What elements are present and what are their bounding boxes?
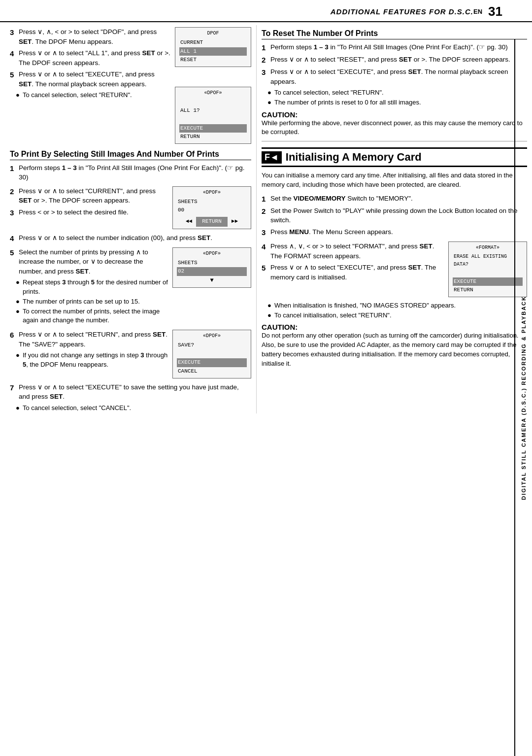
step-4-num: 4 xyxy=(10,48,17,68)
init-step4-text: Press ∧, ∨, < or > to select "FORMAT", a… xyxy=(270,241,444,261)
screen2-row-execute: EXECUTE xyxy=(179,124,247,133)
s1-screen5: «DPOF» SHEETS 02 ▼ xyxy=(172,245,251,290)
s1-last-bullet-text: To cancel selection, select "CANCEL". xyxy=(23,404,131,412)
init-step4-num: 4 xyxy=(262,241,268,261)
step-5-text: Press ∨ or ∧ to select "EXECUTE", and pr… xyxy=(19,69,171,89)
s1-bullet2: ● The number of prints can be set up to … xyxy=(16,297,168,306)
s1-step3-num: 3 xyxy=(10,207,17,218)
sc-sheets-arrow: ▼ xyxy=(177,276,247,285)
reset-section-title: To Reset The Number Of Prints xyxy=(262,29,527,39)
format-screen-execute: EXECUTE xyxy=(453,277,523,286)
init-step4-content: 4 Press ∧, ∨, < or > to select "FORMAT",… xyxy=(262,240,444,284)
init-step4: 4 Press ∧, ∨, < or > to select "FORMAT",… xyxy=(262,241,444,261)
caution1-box: CAUTION: While performing the above, nev… xyxy=(262,110,527,137)
reset-step3-num: 3 xyxy=(262,67,268,86)
reset-bullet2-text: The number of prints is reset to 0 for a… xyxy=(274,98,421,107)
step-3-text: Press ∨, ∧, < or > to select "DPOF", and… xyxy=(19,27,171,46)
screen2-row-blank2 xyxy=(179,115,247,124)
step-4: 4 Press ∨ or ∧ to select "ALL 1", and pr… xyxy=(10,48,171,68)
init-step3: 3 Press MENU. The Menu Screen appears. xyxy=(262,227,527,238)
screen2-title: «DPOF» xyxy=(179,89,247,97)
nav-left: ◄◄ xyxy=(186,217,192,226)
s1-step1: 1 Perform steps 1 – 3 in "To Print All S… xyxy=(10,163,251,182)
screen1-row-all1: ALL 1 xyxy=(179,47,247,56)
reset-step3: 3 Press ∨ or ∧ to select "EXECUTE", and … xyxy=(262,67,527,86)
s1-step2-block: 2 Press ∨ or ∧ to select "CURRENT", and … xyxy=(10,184,251,231)
s1-bullet1: ● Repeat steps 3 through 5 for the desir… xyxy=(16,278,168,296)
s1-step6-block: 6 Press ∨ or ∧ to select "RETURN", and p… xyxy=(10,328,251,380)
top-bullet-text: To cancel selection, select "RETURN". xyxy=(23,91,132,100)
init-step3-num: 3 xyxy=(262,227,268,238)
sc-current-00: 00 xyxy=(177,206,247,215)
init-step2: 2 Set the Power Switch to "PLAY" while p… xyxy=(262,206,527,225)
s1-step7-text: Press ∨ or ∧ to select "EXECUTE" to save… xyxy=(19,382,251,402)
dpof-screen-2: «DPOF» ALL 1? EXECUTE RETURN xyxy=(175,87,251,144)
reset-step2: 2 Press ∨ or ∧ to select "RESET", and pr… xyxy=(262,55,527,65)
init-step5-text: Press ∨ or ∧ to select "EXECUTE", and pr… xyxy=(270,263,444,282)
reset-step3-text: Press ∨ or ∧ to select "EXECUTE", and pr… xyxy=(270,67,527,86)
screen2-row-return: RETURN xyxy=(179,133,247,141)
section1-title-text: To Print By Selecting Still Images And N… xyxy=(10,150,219,158)
sc-save-title: «DPOF» xyxy=(177,332,247,340)
s1-step2-text: Press ∨ or ∧ to select "CURRENT", and pr… xyxy=(19,186,168,206)
step-5: 5 Press ∨ or ∧ to select "EXECUTE", and … xyxy=(10,69,171,89)
s1-step7-num: 7 xyxy=(10,382,17,402)
top-bullet: ● To cancel selection, select "RETURN". xyxy=(16,91,171,100)
s1-step4: 4 Press ∨ or ∧ to select the number indi… xyxy=(10,233,251,243)
init-step5-num: 5 xyxy=(262,263,268,282)
nav-return: RETURN xyxy=(196,217,228,227)
s1-step5-text: Select the number of prints by pressing … xyxy=(19,247,168,276)
sc-current-nav: ◄◄ RETURN ►► xyxy=(177,217,247,227)
main-content: 3 Press ∨, ∧, < or > to select "DPOF", a… xyxy=(0,25,532,413)
sc-save-blank xyxy=(177,350,247,359)
reset-step2-text: Press ∨ or ∧ to select "RESET", and pres… xyxy=(270,55,527,65)
format-screen-erase: ERASE ALL EXISTING DATA? xyxy=(453,253,523,269)
init-bullet1: ● When initialisation is finished, "NO I… xyxy=(267,301,527,310)
sc-save-execute: EXECUTE xyxy=(177,358,247,367)
screen2-row-blank xyxy=(179,98,247,107)
init-step3-text: Press MENU. The Menu Screen appears. xyxy=(270,227,527,238)
caution2-box: CAUTION: Do not perform any other operat… xyxy=(262,323,527,368)
s1-bullet3: ● To correct the number of prints, selec… xyxy=(16,307,168,325)
left-column: 3 Press ∨, ∧, < or > to select "DPOF", a… xyxy=(10,25,251,413)
dpof-screen-1: DPOF CURRENT ALL 1 RESET xyxy=(175,27,251,67)
header-title: ADDITIONAL FEATURES FOR D.S.C. xyxy=(331,7,473,16)
top-steps-text: 3 Press ∨, ∧, < or > to select "DPOF", a… xyxy=(10,25,171,101)
step-4-text: Press ∨ or ∧ to select "ALL 1", and pres… xyxy=(19,48,171,68)
caution2-text: Do not perform any other operation (such… xyxy=(262,331,527,368)
reset-step1-text: Perform steps 1 – 3 in "To Print All Sti… xyxy=(270,42,527,53)
reset-step1-num: 1 xyxy=(262,42,268,53)
init-step1: 1 Set the VIDEO/MEMORY Switch to "MEMORY… xyxy=(262,194,527,204)
screen1-title: DPOF xyxy=(179,30,247,37)
nav-right: ►► xyxy=(232,217,238,226)
s1-bullet2-text: The number of prints can be set up to 15… xyxy=(23,297,140,306)
s1-step6: 6 Press ∨ or ∧ to select "RETURN", and p… xyxy=(10,330,168,349)
init-step1-text: Set the VIDEO/MEMORY Switch to "MEMORY". xyxy=(270,194,527,204)
caution1-title: CAUTION: xyxy=(262,110,527,119)
header-en: EN xyxy=(473,8,482,15)
page-container: ADDITIONAL FEATURES FOR D.S.C. EN 31 3 P… xyxy=(0,0,532,756)
s1-step5-content: 5 Select the number of prints by pressin… xyxy=(10,245,168,326)
bullet-dot: ● xyxy=(16,91,21,100)
s1-step2: 2 Press ∨ or ∧ to select "CURRENT", and … xyxy=(10,186,168,206)
format-screen-title: «FORMAT» xyxy=(453,244,523,252)
page-header: ADDITIONAL FEATURES FOR D.S.C. EN 31 xyxy=(0,0,532,22)
s1-bullet1-text: Repeat steps 3 through 5 for the desired… xyxy=(23,278,168,296)
init-step5: 5 Press ∨ or ∧ to select "EXECUTE", and … xyxy=(262,263,444,282)
s1-step5-block: 5 Select the number of prints by pressin… xyxy=(10,245,251,326)
screen2-row-all1q: ALL 1? xyxy=(179,106,247,115)
sc-save-label: SAVE? xyxy=(177,341,247,350)
f-badge: F◄ xyxy=(262,151,282,164)
screen1-row-current: CURRENT xyxy=(179,38,247,47)
side-label: DIGITAL STILL CAMERA (D.S.C.) RECORDING … xyxy=(514,39,532,756)
top-section: 3 Press ∨, ∧, < or > to select "DPOF", a… xyxy=(10,25,251,146)
header-page-number: 31 xyxy=(488,4,502,19)
s1-step4-num: 4 xyxy=(10,233,17,243)
s1-step3: 3 Press < or > to select the desired fil… xyxy=(10,207,168,218)
sc-sheets-02: 02 xyxy=(177,267,247,276)
dpof-screen-current: «DPOF» SHEETS 00 ◄◄ RETURN ►► xyxy=(172,186,251,229)
dpof-screen-save: «DPOF» SAVE? EXECUTE CANCEL xyxy=(172,330,251,378)
reset-title-text: To Reset The Number Of Prints xyxy=(262,29,378,37)
reset-step2-num: 2 xyxy=(262,55,268,65)
right-column: To Reset The Number Of Prints 1 Perform … xyxy=(256,25,527,413)
